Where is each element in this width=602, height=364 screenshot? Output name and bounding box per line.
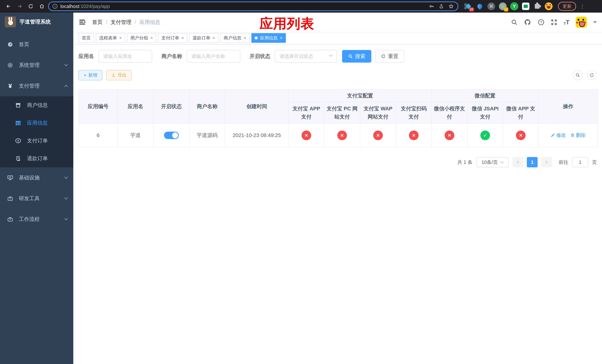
- document-icon: [15, 156, 21, 161]
- reset-button[interactable]: 重置: [375, 50, 404, 63]
- sidebar-logo[interactable]: 芋道管理系统: [0, 13, 73, 31]
- yen-icon: ¥: [7, 83, 13, 89]
- extension-chat-icon[interactable]: [522, 2, 530, 10]
- chevron-down-icon: [64, 196, 68, 200]
- table-toolbar: +新增 导出: [78, 70, 597, 80]
- font-size-icon[interactable]: TT: [563, 19, 570, 26]
- grid-icon: [15, 120, 21, 126]
- tab-app-info[interactable]: 应用信息×: [251, 33, 286, 43]
- browser-chrome: i localhost:1024/pay/app 10 ⌘ 1 Y: [0, 0, 602, 13]
- sidebar-item-dev-tools[interactable]: 研发工具: [0, 188, 73, 209]
- close-icon[interactable]: ×: [119, 36, 122, 40]
- tab-refund-order[interactable]: 退款订单×: [189, 33, 218, 43]
- refresh-button[interactable]: [587, 70, 597, 80]
- delete-link[interactable]: 删除: [570, 132, 586, 139]
- tab-user-group[interactable]: 用户分组×: [127, 33, 156, 43]
- chevron-up-icon: [64, 85, 68, 88]
- pay-col-header: 支付宝 APP 支付: [289, 102, 324, 124]
- breadcrumb-pay[interactable]: 支付管理: [111, 19, 131, 26]
- status-select[interactable]: 请选择开启状态: [275, 50, 337, 63]
- tab-process-form[interactable]: 流程表单×: [96, 33, 125, 43]
- prev-page-button[interactable]: [512, 157, 523, 167]
- url-text[interactable]: localhost:1024/pay/app: [60, 3, 110, 9]
- status-toggle[interactable]: [164, 132, 179, 139]
- extension-y-icon[interactable]: Y: [510, 2, 518, 10]
- extension-recorder-icon[interactable]: 1: [499, 2, 507, 10]
- col-group-alipay: 支付宝配置: [289, 89, 431, 102]
- breadcrumb-home[interactable]: 首页: [92, 19, 103, 26]
- password-key-icon[interactable]: [429, 3, 434, 9]
- tab-home[interactable]: 首页: [78, 33, 94, 43]
- sidebar-item-workflow[interactable]: 工作流程: [0, 209, 73, 230]
- col-header-status: 开启状态: [153, 89, 189, 124]
- search-button[interactable]: 搜索: [342, 50, 371, 63]
- pay-status-icon: [445, 130, 454, 140]
- help-icon[interactable]: ?: [538, 19, 545, 26]
- chrome-update-button[interactable]: 更新: [558, 2, 576, 11]
- export-button[interactable]: 导出: [106, 70, 132, 80]
- share-icon[interactable]: [439, 3, 444, 9]
- pay-col-header: 微信小程序支付: [431, 102, 467, 124]
- browser-back-icon[interactable]: [4, 1, 13, 11]
- page-size-select[interactable]: 10条/页: [476, 157, 509, 167]
- toggle-search-button[interactable]: [573, 70, 583, 80]
- fullscreen-icon[interactable]: [551, 19, 557, 25]
- extension-command-icon[interactable]: ⌘: [487, 2, 495, 10]
- sidebar-item-pay-order[interactable]: ¥ 支付订单: [0, 132, 73, 150]
- tags-view-bar: 首页 流程表单× 用户分组× 支付订单× 退款订单× 商户信息× 应用信息×: [73, 32, 602, 44]
- sidebar-item-pay[interactable]: ¥ 支付管理: [0, 75, 73, 96]
- svg-text:?: ?: [540, 20, 542, 24]
- app-name-input[interactable]: [98, 50, 152, 63]
- close-icon[interactable]: ×: [182, 36, 184, 40]
- address-bar[interactable]: i localhost:1024/pay/app: [48, 1, 458, 11]
- sidebar-item-system[interactable]: 系统管理: [0, 55, 73, 75]
- profile-emoji-icon[interactable]: [545, 2, 553, 10]
- bookmark-star-icon[interactable]: [448, 3, 454, 9]
- sidebar-item-app-info[interactable]: 应用信息: [0, 114, 73, 132]
- chrome-menu-icon[interactable]: ⋮: [580, 3, 585, 10]
- page-suffix-label: 页: [592, 159, 597, 166]
- tab-merchant-info[interactable]: 商户信息×: [220, 33, 249, 43]
- site-info-icon[interactable]: i: [53, 4, 57, 9]
- merchant-name-input[interactable]: [187, 50, 240, 63]
- browser-home-icon[interactable]: [37, 1, 47, 11]
- pay-col-header: 微信 APP 支付: [503, 102, 538, 124]
- chevron-down-icon: [329, 53, 333, 57]
- sidebar-item-infra[interactable]: 基础设施: [0, 167, 73, 188]
- page-number-active[interactable]: 1: [527, 157, 538, 167]
- browser-reload-icon[interactable]: [26, 1, 35, 11]
- extension-sketch-icon[interactable]: 10: [464, 2, 473, 10]
- sidebar: 芋道管理系统 首页 系统管理 ¥ 支付管理: [0, 13, 73, 364]
- dashboard-icon: [7, 41, 13, 48]
- avatar[interactable]: [576, 17, 587, 28]
- extension-pin-icon[interactable]: [476, 2, 484, 10]
- pay-status-icon: [373, 130, 383, 140]
- pay-status-icon: [516, 130, 526, 140]
- close-icon[interactable]: ×: [280, 36, 282, 40]
- table-row: 6 芋道 芋道源码 2021-10-23 08:49:25: [79, 124, 598, 147]
- close-icon[interactable]: ×: [213, 36, 215, 40]
- sidebar-item-refund-order[interactable]: 退款订单: [0, 150, 73, 167]
- col-header-name: 应用名: [118, 89, 153, 124]
- sidebar-item-home[interactable]: 首页: [0, 34, 73, 55]
- chevron-down-icon: [64, 175, 68, 179]
- sidebar-item-merchant-info[interactable]: 商户信息: [0, 96, 73, 114]
- close-icon[interactable]: ×: [244, 36, 246, 40]
- edit-link[interactable]: 修改: [551, 132, 566, 139]
- pagination: 共 1 条 10条/页 1 前往 页: [78, 157, 597, 167]
- extensions-puzzle-icon[interactable]: [533, 2, 541, 10]
- next-page-button[interactable]: [541, 157, 552, 167]
- avatar-caret-down-icon[interactable]: [593, 21, 597, 23]
- header-search-icon[interactable]: [511, 19, 517, 26]
- github-icon[interactable]: [524, 19, 531, 26]
- add-button[interactable]: +新增: [78, 70, 102, 80]
- sidebar-collapse-icon[interactable]: [78, 19, 86, 26]
- pay-status-icon: [337, 130, 347, 140]
- tab-pay-order[interactable]: 支付订单×: [158, 33, 187, 43]
- extension-badge: 1: [504, 7, 508, 11]
- goto-page-input[interactable]: [572, 157, 588, 167]
- browser-forward-icon[interactable]: [15, 1, 24, 11]
- navbar: 首页 / 支付管理 / 应用信息 ? TT: [73, 13, 602, 32]
- close-icon[interactable]: ×: [150, 36, 153, 40]
- cell-id: 6: [79, 124, 118, 147]
